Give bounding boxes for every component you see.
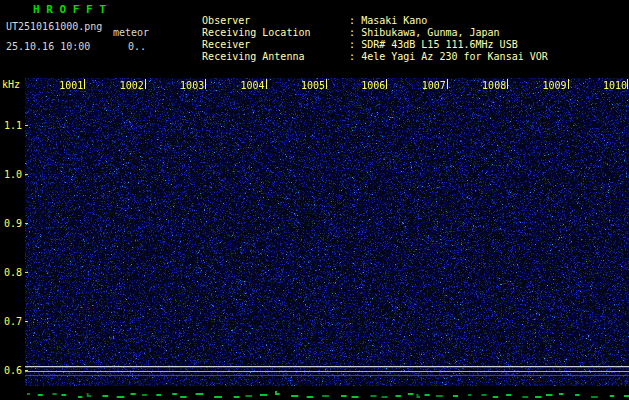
minute-tick [627,79,628,89]
time-tick-label: 1008 [480,80,506,91]
time-tick-label: 1006 [359,80,385,91]
time-tick-label: 1004 [239,80,265,91]
minute-tick [386,79,387,89]
frequency-tick-label: 1.1 [0,120,22,131]
minute-tick [326,79,327,89]
level-strip-canvas [0,386,629,400]
minute-tick [205,79,206,89]
frequency-tick-label: 0.7 [0,316,22,327]
frequency-tick-label: 0.6 [0,365,22,376]
hrofft-screen: H R O F F T UT2510161000.png meteor 25.1… [0,0,629,400]
minute-tick [447,79,448,89]
app-title: H R O F F T [33,4,106,15]
header-row-receiving-antenna: Receiving Antenna: 4ele Yagi Az 230 for … [178,40,548,73]
frequency-unit-label: kHz [2,79,20,90]
frequency-tick-label: 0.8 [0,267,22,278]
minute-tick [84,79,85,89]
time-tick-label: 1009 [541,80,567,91]
minute-tick [568,79,569,89]
frequency-tick-label: 0.9 [0,218,22,229]
counter-label: 0.. [128,41,146,52]
time-tick-label: 1007 [420,80,446,91]
frequency-tick-label: 1.0 [0,169,22,180]
receiving-antenna-label: Receiving Antenna [202,51,349,62]
minute-tick [145,79,146,89]
time-tick-label: 1002 [118,80,144,91]
time-tick-label: 1005 [299,80,325,91]
observation-tag: meteor [113,27,149,38]
minute-tick [266,79,267,89]
minute-tick [507,79,508,89]
time-tick-label: 1003 [178,80,204,91]
time-tick-label: 1010 [601,80,627,91]
spectrogram-canvas [25,78,629,386]
receiving-antenna-value: : 4ele Yagi Az 230 for Kansai VOR [349,51,548,62]
time-tick-label: 1001 [57,80,83,91]
filename-label: UT2510161000.png [6,21,102,32]
datetime-label: 25.10.16 10:00 [6,41,90,52]
